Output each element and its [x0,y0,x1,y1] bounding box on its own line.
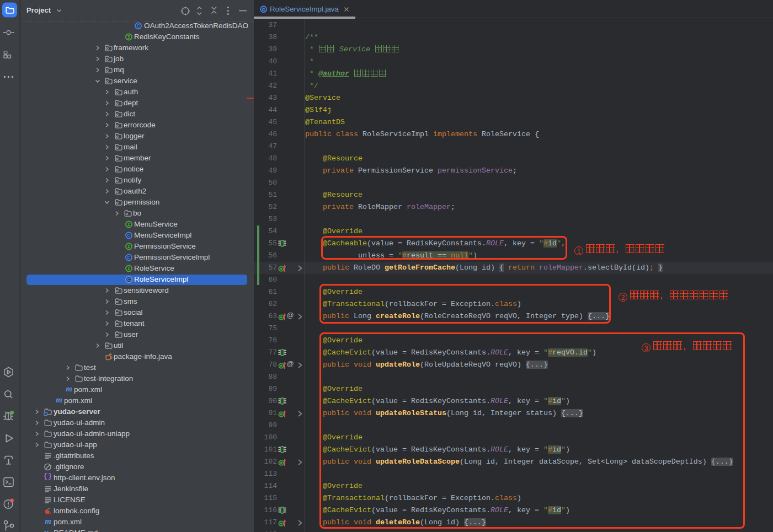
svg-text:C: C [127,277,130,282]
svg-text:C: C [127,233,130,238]
svg-text:C: C [262,7,265,12]
svg-text:C: C [136,23,140,29]
svg-text:C: C [127,255,130,260]
